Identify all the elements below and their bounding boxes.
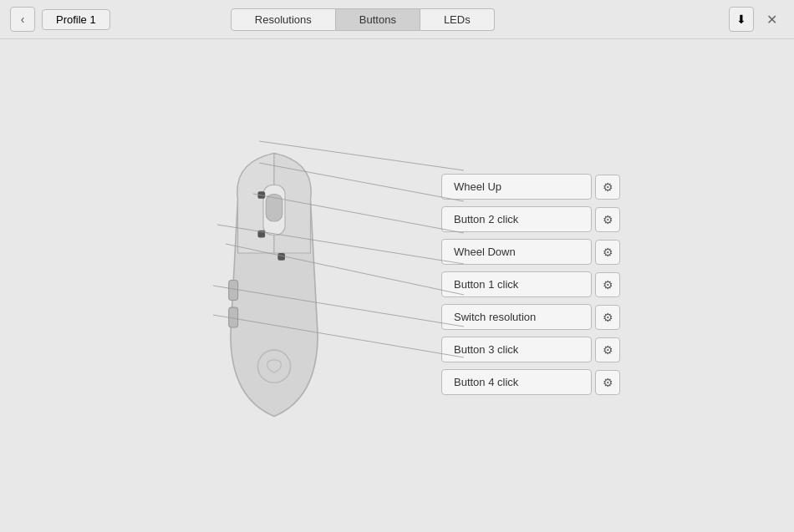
profile-button[interactable]: Profile 1 — [42, 9, 110, 30]
button2-click-button[interactable]: Button 2 click — [441, 206, 592, 232]
button3-gear-button[interactable]: ⚙ — [595, 337, 620, 362]
button-panel: Wheel Up ⚙ Button 2 click ⚙ Wheel Down ⚙… — [441, 174, 620, 395]
main-content: Wheel Up ⚙ Button 2 click ⚙ Wheel Down ⚙… — [0, 39, 794, 529]
topbar: ‹ Profile 1 Resolutions Buttons LEDs ⬇ ✕ — [0, 0, 794, 39]
button1-click-button[interactable]: Button 1 click — [441, 271, 592, 297]
download-icon: ⬇ — [736, 13, 746, 26]
back-button[interactable]: ‹ — [10, 7, 35, 32]
button4-gear-button[interactable]: ⚙ — [595, 370, 620, 395]
close-icon: ✕ — [766, 12, 777, 28]
gear-icon: ⚙ — [603, 213, 613, 226]
svg-rect-6 — [277, 253, 285, 261]
gear-icon: ⚙ — [603, 246, 613, 259]
wheel-down-gear-button[interactable]: ⚙ — [595, 240, 620, 265]
gear-icon: ⚙ — [603, 343, 613, 357]
download-button[interactable]: ⬇ — [729, 7, 754, 32]
button4-click-button[interactable]: Button 4 click — [441, 369, 592, 395]
wheel-up-gear-button[interactable]: ⚙ — [595, 175, 620, 200]
button-row-button4: Button 4 click ⚙ — [441, 369, 620, 395]
tab-buttons[interactable]: Buttons — [336, 8, 420, 31]
topbar-right: ⬇ ✕ — [729, 7, 784, 32]
button-row-button2: Button 2 click ⚙ — [441, 206, 620, 232]
button-row-button1: Button 1 click ⚙ — [441, 271, 620, 297]
switch-resolution-button[interactable]: Switch resolution — [441, 304, 592, 330]
button3-click-button[interactable]: Button 3 click — [441, 337, 592, 362]
svg-rect-5 — [229, 307, 238, 327]
close-button[interactable]: ✕ — [759, 7, 784, 32]
svg-rect-1 — [266, 194, 282, 221]
tab-group: Resolutions Buttons LEDs — [231, 8, 495, 31]
tab-leds[interactable]: LEDs — [420, 8, 495, 31]
button-row-switch-resolution: Switch resolution ⚙ — [441, 304, 620, 330]
button2-gear-button[interactable]: ⚙ — [595, 207, 620, 232]
wheel-up-button[interactable]: Wheel Up — [441, 174, 592, 200]
button-row-wheel-down: Wheel Down ⚙ — [441, 239, 620, 265]
button-row-button3: Button 3 click ⚙ — [441, 337, 620, 362]
gear-icon: ⚙ — [603, 311, 613, 324]
svg-rect-3 — [257, 230, 265, 237]
button1-gear-button[interactable]: ⚙ — [595, 272, 620, 297]
switch-resolution-gear-button[interactable]: ⚙ — [595, 305, 620, 330]
mouse-illustration — [174, 126, 374, 443]
connector-lines — [0, 39, 794, 529]
gear-icon: ⚙ — [603, 278, 613, 291]
gear-icon: ⚙ — [603, 180, 613, 194]
mouse-svg — [174, 126, 374, 443]
tab-resolutions[interactable]: Resolutions — [231, 8, 336, 31]
svg-rect-4 — [229, 280, 238, 300]
wheel-down-button[interactable]: Wheel Down — [441, 239, 592, 265]
svg-rect-2 — [257, 191, 265, 199]
gear-icon: ⚙ — [603, 376, 613, 389]
button-row-wheel-up: Wheel Up ⚙ — [441, 174, 620, 200]
